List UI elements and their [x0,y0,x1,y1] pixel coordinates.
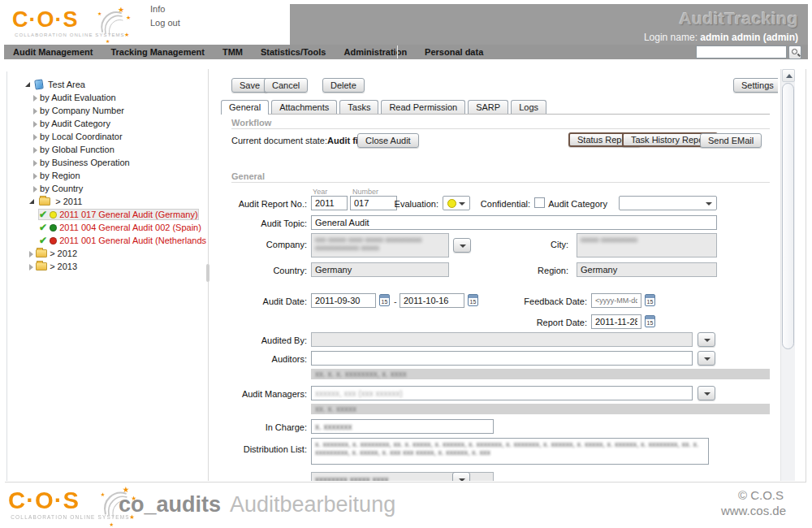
tree-node-by-audit-category[interactable]: by Audit Category [7,117,206,130]
audit-report-year-input[interactable] [311,196,348,210]
tab-read-permission[interactable]: Read Permission [381,100,465,114]
close-audit-button[interactable]: Close Audit [357,133,419,148]
splitter-handle[interactable] [206,264,209,282]
audit-managers-picker-button[interactable] [698,386,715,400]
search-button[interactable] [788,45,801,59]
tree-collapsed-icon[interactable] [33,186,37,193]
region-field[interactable]: Germany [577,262,717,277]
info-link[interactable]: Info [150,2,180,16]
content-bottom-border [5,482,806,483]
tree-node-label: by Region [40,171,80,180]
tree-collapsed-icon[interactable] [33,160,37,167]
cancel-button[interactable]: Cancel [264,78,308,93]
partial-bottom-picker-button[interactable] [452,472,470,481]
folder-icon [39,197,50,206]
audited-by-field[interactable] [311,332,693,347]
tree-collapsed-icon[interactable] [29,251,33,258]
auditors-redacted-text: xx. x. x. xxxxxxxx, x. xxxx [315,370,407,379]
vertical-scrollbar[interactable] [780,69,795,481]
tree-node-year-2012[interactable]: > 2012 [7,247,206,260]
company-redacted-text: xxx xxxxx xxxx xxxxx xxxxxxxxxx [315,236,445,244]
audit-date-to-input[interactable] [400,293,464,308]
tree-node-by-audit-evaluation[interactable]: by Audit Evaluation [7,91,206,104]
company-field[interactable]: xxx xxxxx xxxx xxxxx xxxxxxxxxx xxxxxxxx… [311,233,449,258]
company-redacted-text: xxxxxxxxxxxx xxxxx [315,244,445,252]
tree-node-label: > 2012 [50,249,77,258]
menu-statistics-tools[interactable]: Statistics/Tools [252,45,335,57]
tree-collapsed-icon[interactable] [33,121,37,128]
send-email-button[interactable]: Send EMail [700,133,762,148]
report-date-input[interactable] [591,314,641,329]
calendar-icon[interactable] [645,315,655,327]
tree-node-by-local-coordinator[interactable]: by Local Coordinator [7,130,206,143]
header-banner: AuditTracking Login name: admin admin (a… [4,4,808,59]
tree-node-by-region[interactable]: by Region [7,169,206,182]
divider [231,128,770,129]
menu-tmm[interactable]: TMM [214,45,252,57]
audit-category-dropdown[interactable] [619,196,717,210]
scrollbar-thumb[interactable] [782,83,794,349]
audit-managers-selected-bar: xx. x. xxxxx [311,404,770,414]
in-charge-field[interactable]: x. xxxxxxx [311,419,494,434]
tree-node-by-global-function[interactable]: by Global Function [7,143,206,156]
tree-collapsed-icon[interactable] [33,147,37,154]
auditors-field[interactable] [311,351,693,366]
svg-text:★: ★ [100,491,105,498]
tree-node-test-area[interactable]: Test Area [7,78,206,91]
tab-general[interactable]: General [221,100,269,115]
tree-node-by-country[interactable]: by Country [7,182,206,195]
tree-collapsed-icon[interactable] [33,173,37,180]
save-button[interactable]: Save [231,78,268,93]
header-links: Info Log out [150,2,180,30]
auditors-label: Auditors: [219,354,307,364]
settings-button[interactable]: Settings [733,78,778,93]
product-subtitle: Auditbearbeitung [230,492,395,517]
menu-audit-management[interactable]: Audit Management [4,45,102,57]
auditors-picker-button[interactable] [698,351,715,366]
audit-managers-field[interactable]: xxxxxx, xxx (xxx xxxxxx) [311,386,693,400]
scroll-up-arrow-icon[interactable] [782,69,795,82]
in-charge-label: In Charge: [219,422,307,432]
menu-administration[interactable]: Administration [335,45,416,57]
audit-date-from-input[interactable] [311,293,376,308]
distribution-list-field[interactable]: x. xxxxxxx, x. xxxxxxxx, xx. x. xxxxx, x… [311,438,709,465]
tree-node-label: by Audit Category [40,119,110,128]
tree-collapsed-icon[interactable] [33,108,37,115]
tree-expanded-icon[interactable] [25,82,30,87]
tree-node-by-company-number[interactable]: by Company Number [7,104,206,117]
tree-node-year-2013[interactable]: > 2013 [7,260,206,273]
feedback-date-input[interactable] [591,293,641,308]
tree-node-by-business-operation[interactable]: by Business Operation [7,156,206,169]
delete-button[interactable]: Delete [322,78,365,93]
tab-attachments[interactable]: Attachments [271,100,337,114]
audited-by-picker-button[interactable] [698,332,715,347]
tab-sarp[interactable]: SARP [468,100,508,114]
calendar-icon[interactable] [645,294,655,306]
login-name: admin admin (admin) [700,32,798,43]
tree-node-label: > 2011 [55,197,82,206]
tab-tasks[interactable]: Tasks [339,100,378,114]
navigation-tree: Test Area by Audit Evaluation by Company… [6,71,206,481]
audit-topic-input[interactable] [311,215,717,230]
menu-personal-data[interactable]: Personal data [416,45,492,57]
calendar-icon[interactable] [379,294,390,306]
city-field[interactable]: xxxxx xxxxxxxxxx [577,233,717,258]
tree-collapsed-icon[interactable] [29,264,33,270]
tree-node-label: by Global Function [40,145,114,154]
logout-link[interactable]: Log out [150,16,180,30]
tree-collapsed-icon[interactable] [33,134,37,141]
tree-node-year-2011[interactable]: > 2011 [7,195,206,208]
menu-tracking-management[interactable]: Tracking Management [102,45,214,57]
calendar-icon[interactable] [468,294,478,306]
tree-node-audit-germany[interactable]: ✔ 2011 017 General Audit (Germany) [7,208,206,221]
audited-by-label: Audited By: [219,335,307,345]
tree-node-audit-spain[interactable]: ✔ 2011 004 General Audit 002 (Spain) [7,221,206,234]
global-search-input[interactable] [696,45,787,58]
tab-logs[interactable]: Logs [511,100,546,114]
company-label: Company: [219,240,307,249]
tree-node-audit-netherlands[interactable]: ✔ 2011 001 General Audit (Netherlands) [7,234,206,247]
tree-collapsed-icon[interactable] [33,95,37,102]
tree-expanded-icon[interactable] [29,199,34,204]
country-field[interactable]: Germany [311,262,449,277]
company-picker-button[interactable] [453,238,471,253]
